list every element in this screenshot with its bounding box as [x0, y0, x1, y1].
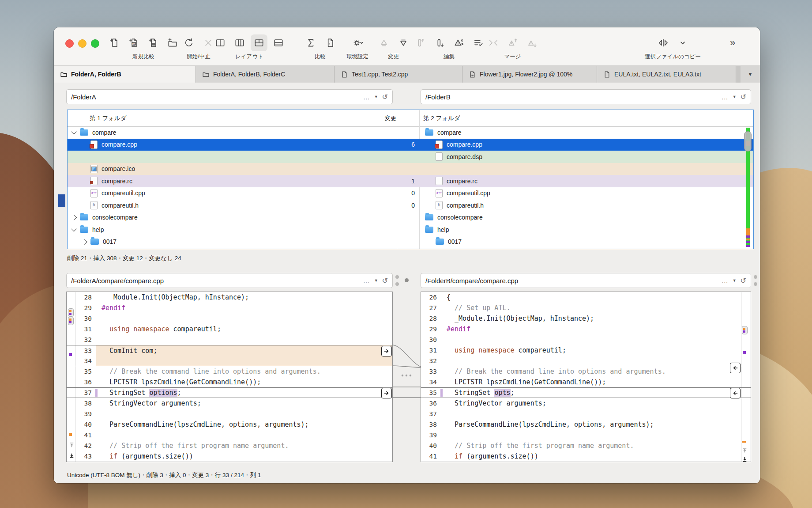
table-row[interactable]: comparecompare	[68, 126, 753, 139]
layout-bottom-split-icon[interactable]	[272, 36, 285, 49]
column-header-changes[interactable]: 変更	[379, 114, 402, 122]
copy-to-right-button[interactable]	[381, 346, 392, 356]
jump-to-top-icon[interactable]	[741, 447, 748, 454]
path-more-button[interactable]: …	[722, 277, 729, 284]
table-row[interactable]: compareutil.cpp0compareutil.cpp	[68, 187, 753, 200]
marker-gutter	[741, 303, 751, 313]
ignore-error-icon[interactable]	[452, 36, 466, 49]
marker-gutter	[741, 377, 751, 387]
chevron-right-icon[interactable]	[82, 239, 87, 245]
table-row[interactable]: compare.cpp6compare.cpp	[68, 139, 753, 151]
layout-two-top-icon[interactable]	[252, 36, 266, 49]
tab-3[interactable]: Test1.cpp, Test2.cpp	[335, 66, 462, 83]
copy-to-left-button[interactable]	[730, 388, 741, 398]
layout-three-columns-icon[interactable]	[233, 36, 246, 49]
tab-4[interactable]: Flower1.jpg, Flower2.jpg @ 100%	[462, 66, 597, 83]
zoom-window-button[interactable]	[91, 39, 99, 48]
chevron-down-icon[interactable]	[71, 129, 77, 135]
jump-to-bottom-icon[interactable]	[741, 456, 748, 463]
row-change-count: 1	[397, 175, 419, 187]
doc-tab-icon	[603, 71, 611, 78]
right-code-pane[interactable]: 26{27 // Set up ATL.28 _Module.Init(Obje…	[421, 292, 751, 462]
folder-compare-table[interactable]: 第 1 フォルダ 変更 第 2 フォルダ comparecomparecompa…	[67, 110, 754, 249]
tab-5[interactable]: EULA.txt, EULA2.txt, EULA3.txt	[597, 66, 736, 83]
path-history-icon[interactable]: ↺	[382, 277, 388, 285]
copy-left-right-icon[interactable]	[657, 36, 670, 49]
tab-list-dropdown-button[interactable]: ▼	[741, 66, 760, 83]
right-folder-path: /FolderB	[425, 93, 722, 101]
pane-splitter-dot[interactable]	[405, 278, 409, 282]
line-number: 42	[76, 442, 96, 449]
path-history-icon[interactable]: ↺	[741, 277, 746, 285]
path-dropdown-button[interactable]: ▼	[374, 278, 378, 283]
scroll-down-icon[interactable]	[433, 36, 446, 49]
code-line: 30	[67, 313, 392, 324]
layout-two-columns-icon[interactable]	[214, 36, 227, 49]
minimize-window-button[interactable]	[78, 39, 86, 48]
line-number: 28	[76, 294, 96, 301]
new-binary-compare-icon[interactable]: 01	[127, 36, 140, 49]
table-row[interactable]: consolecompareconsolecompare	[68, 212, 753, 224]
jump-to-bottom-icon[interactable]	[68, 452, 75, 459]
item-name: compare.cpp	[447, 141, 482, 148]
column-header-folder2[interactable]: 第 2 フォルダ	[423, 114, 460, 122]
toolbar-overflow-button[interactable]: »	[730, 37, 735, 49]
left-folder-path-input[interactable]: /FolderA … ▼ ↺	[66, 89, 393, 104]
gear-icon[interactable]	[351, 36, 364, 49]
pane-splitter-dot[interactable]	[395, 282, 399, 286]
tab-2[interactable]: FolderA, FolderB, FolderC	[196, 66, 335, 83]
new-image-compare-icon[interactable]	[147, 36, 160, 49]
path-more-button[interactable]: …	[722, 93, 729, 101]
left-file-path-input[interactable]: /FolderA/compare/compare.cpp … ▼ ↺	[66, 273, 393, 288]
scroll-up-icon	[414, 36, 427, 49]
path-dropdown-button[interactable]: ▼	[733, 95, 737, 99]
code-text: LPCTSTR lpszCmdLine(GetCommandLine());	[96, 377, 392, 387]
table-row[interactable]: compare.rc1compare.rc	[68, 175, 753, 187]
copy-to-right-button[interactable]	[381, 388, 392, 398]
chevron-down-icon[interactable]	[71, 226, 77, 232]
chevron-right-icon[interactable]	[71, 215, 77, 220]
tab-1[interactable]: FolderA, FolderB	[54, 66, 196, 83]
folder-tab-icon	[60, 71, 68, 78]
path-dropdown-button[interactable]: ▼	[374, 95, 378, 99]
code-text: ParseCommandLine(lpszCmdLine, options, a…	[96, 419, 392, 430]
right-file-path-input[interactable]: /FolderB/compare/compare.cpp … ▼ ↺	[421, 273, 751, 288]
close-window-button[interactable]	[65, 39, 74, 48]
code-line: 35 StringSet opts;	[421, 387, 751, 398]
new-file-icon[interactable]	[108, 36, 121, 49]
path-more-button[interactable]: …	[363, 277, 370, 284]
left-code-pane[interactable]: 28 _Module.Init(ObjectMap, hInstance);29…	[66, 292, 393, 462]
table-scrollbar-thumb[interactable]	[744, 131, 752, 152]
table-row[interactable]: 00170017	[68, 236, 753, 248]
file-compare-icon[interactable]	[323, 36, 337, 49]
next-change-icon[interactable]	[397, 36, 410, 49]
line-number: 33	[421, 368, 441, 375]
path-dropdown-button[interactable]: ▼	[733, 278, 737, 283]
pane-splitter-dot[interactable]	[754, 275, 757, 279]
table-row[interactable]: compare.dsp	[68, 151, 753, 163]
column-header-folder1[interactable]: 第 1 フォルダ	[90, 114, 127, 122]
path-more-button[interactable]: …	[363, 93, 370, 101]
pane-splitter-dot[interactable]	[754, 282, 757, 286]
pane-splitter-dot[interactable]	[395, 275, 399, 279]
diff-connector-lines	[393, 292, 421, 462]
toolbar-group-label: レイアウト	[212, 53, 287, 61]
sigma-compare-icon[interactable]	[304, 36, 317, 49]
code-text	[96, 409, 392, 419]
chevron-down-icon[interactable]	[676, 36, 689, 49]
table-row[interactable]: compare.ico	[68, 163, 753, 175]
line-number: 29	[76, 304, 96, 311]
path-history-icon[interactable]: ↺	[741, 93, 746, 101]
folder-icon	[436, 239, 444, 245]
marker-gutter	[741, 292, 751, 303]
jump-to-top-icon[interactable]	[68, 442, 75, 448]
table-row[interactable]: compareutil.h0compareutil.h	[68, 199, 753, 212]
right-folder-path-input[interactable]: /FolderB … ▼ ↺	[421, 89, 751, 104]
path-history-icon[interactable]: ↺	[382, 93, 388, 101]
line-number: 37	[76, 389, 96, 396]
copy-to-left-button[interactable]	[730, 363, 741, 373]
code-text: StringVector arguments;	[96, 398, 392, 409]
refresh-icon[interactable]	[182, 36, 195, 49]
table-row[interactable]: helphelp	[68, 224, 753, 236]
item-name: help	[437, 226, 449, 233]
